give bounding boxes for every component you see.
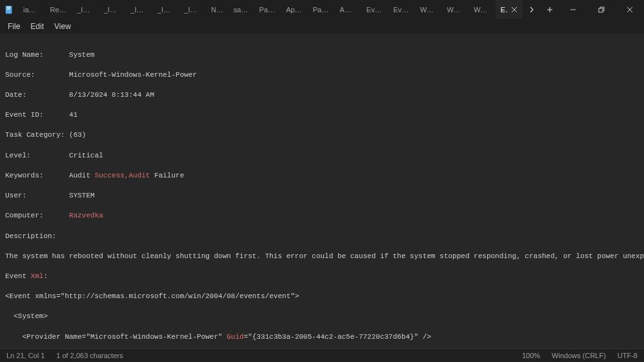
status-cursor-pos[interactable]: Ln 21, Col 1 bbox=[6, 352, 45, 359]
text: System bbox=[69, 51, 95, 59]
tab-item[interactable]: Readme.txt bbox=[45, 0, 72, 19]
tab-label: _INFO.txt bbox=[157, 6, 174, 14]
text: Source: bbox=[5, 71, 69, 79]
text: 41 bbox=[69, 111, 77, 119]
tab-item[interactable]: Event Viewe bbox=[361, 0, 388, 19]
tab-label: Warning eve bbox=[420, 6, 437, 14]
close-tab-icon[interactable] bbox=[511, 5, 518, 14]
app-icon bbox=[0, 0, 18, 19]
tab-label: saves.ini bbox=[234, 6, 249, 14]
tab-item[interactable]: _INFO.txt bbox=[125, 0, 152, 19]
text: 8/13/2024 8:13:44 AM bbox=[69, 91, 154, 99]
close-window-icon[interactable] bbox=[616, 0, 644, 19]
tab-item[interactable]: _INFO.txt bbox=[72, 0, 99, 19]
text: Computer: bbox=[5, 212, 69, 219]
text: Event ID: bbox=[5, 111, 69, 119]
text: User: bbox=[5, 192, 69, 199]
tab-controls bbox=[523, 0, 559, 19]
text: Event bbox=[5, 272, 31, 280]
tab-label: Event bbox=[501, 6, 508, 14]
text: Task Category: bbox=[5, 131, 69, 139]
tab-item[interactable]: Warning eve bbox=[442, 0, 469, 19]
text: Guid bbox=[226, 333, 243, 341]
text: : bbox=[43, 272, 48, 280]
text: <System> bbox=[5, 312, 48, 320]
status-encoding[interactable]: UTF-8 bbox=[618, 352, 638, 359]
tab-label: PalWorldSet bbox=[313, 6, 330, 14]
tab-item[interactable]: _INFO.txt bbox=[99, 0, 126, 19]
text: Description: bbox=[5, 232, 56, 240]
svg-rect-9 bbox=[599, 8, 603, 12]
tab-item[interactable]: New Ti bbox=[206, 0, 228, 19]
restore-icon[interactable] bbox=[587, 0, 616, 19]
tab-scroll-right-icon[interactable] bbox=[523, 0, 541, 19]
text: Xml bbox=[31, 272, 44, 280]
text: Audit bbox=[69, 172, 95, 179]
text: Razvedka bbox=[69, 212, 103, 219]
svg-rect-2 bbox=[7, 8, 11, 8]
new-tab-icon[interactable] bbox=[541, 0, 559, 19]
tab-item[interactable]: _INFO.txt bbox=[152, 0, 179, 19]
text: Level: bbox=[5, 152, 69, 159]
tab-item[interactable]: Warning eve bbox=[468, 0, 496, 19]
text: Date: bbox=[5, 91, 69, 99]
text: <Provider Name="Microsoft-Windows-Kernel… bbox=[5, 333, 226, 341]
tab-label: _INFO.txt bbox=[104, 6, 121, 14]
text: The system has rebooted without cleanly … bbox=[5, 252, 644, 260]
editor-area[interactable]: Log Name: System Source: Microsoft-Windo… bbox=[0, 34, 644, 348]
text: <Event xmlns="http://schemas.microsoft.c… bbox=[5, 292, 299, 300]
tab-label: Event Viewe bbox=[367, 6, 383, 14]
menu-edit[interactable]: Edit bbox=[25, 21, 49, 32]
menu-view[interactable]: View bbox=[49, 21, 76, 32]
tab-item-active[interactable]: Event bbox=[496, 0, 523, 19]
status-zoom[interactable]: 100% bbox=[522, 352, 540, 359]
tab-label: iangelog.t bbox=[23, 6, 40, 14]
tab-label: ApexDestruc bbox=[286, 6, 303, 14]
text: Critical bbox=[69, 152, 103, 159]
text: Success,Audit bbox=[95, 172, 150, 179]
tab-label: New Ti bbox=[211, 6, 223, 14]
window-controls bbox=[559, 0, 644, 19]
text: Keywords: bbox=[5, 172, 69, 179]
tab-label: _INFO.txt bbox=[184, 6, 201, 14]
menu-file[interactable]: File bbox=[3, 21, 25, 32]
titlebar: iangelog.t Readme.txt _INFO.txt _INFO.tx… bbox=[0, 0, 644, 19]
text: (63) bbox=[69, 131, 86, 139]
tab-item[interactable]: PalWorldSet bbox=[308, 0, 335, 19]
tab-item[interactable]: saves.ini bbox=[228, 0, 254, 19]
tab-item[interactable]: AMD_Chipse bbox=[334, 0, 361, 19]
text: SYSTEM bbox=[69, 192, 95, 199]
status-char-count: 1 of 2,063 characters bbox=[56, 352, 123, 359]
tab-label: _INFO.txt bbox=[130, 6, 147, 14]
tab-label: AMD_Chipse bbox=[339, 6, 356, 14]
tab-item[interactable]: _INFO.txt bbox=[179, 0, 206, 19]
tab-label: PalWorldSet bbox=[259, 6, 276, 14]
tab-label: Readme.txt bbox=[50, 6, 67, 14]
minimize-icon[interactable] bbox=[559, 0, 587, 19]
tab-label: Event viewer bbox=[393, 6, 410, 14]
status-eol[interactable]: Windows (CRLF) bbox=[552, 352, 606, 359]
tabs-container: iangelog.t Readme.txt _INFO.txt _INFO.tx… bbox=[18, 0, 523, 19]
tab-item[interactable]: Warning eve bbox=[415, 0, 442, 19]
tab-item[interactable]: iangelog.t bbox=[18, 0, 45, 19]
menubar: File Edit View bbox=[0, 19, 644, 34]
tab-label: Warning eve bbox=[474, 6, 490, 14]
text: ="{331c3b3a-2005-44c2-ac5e-77220c37d6b4}… bbox=[244, 333, 431, 341]
text: Failure bbox=[150, 172, 184, 179]
tab-item[interactable]: PalWorldSet bbox=[254, 0, 281, 19]
statusbar: Ln 21, Col 1 1 of 2,063 characters 100% … bbox=[0, 348, 644, 362]
text: Microsoft-Windows-Kernel-Power bbox=[69, 71, 197, 79]
tab-label: Warning eve bbox=[447, 6, 464, 14]
tab-label: _INFO.txt bbox=[77, 6, 94, 14]
text: Log Name: bbox=[5, 51, 69, 59]
svg-rect-3 bbox=[7, 9, 10, 10]
tab-item[interactable]: ApexDestruc bbox=[281, 0, 308, 19]
svg-rect-1 bbox=[7, 6, 11, 7]
tab-item[interactable]: Event viewer bbox=[388, 0, 415, 19]
